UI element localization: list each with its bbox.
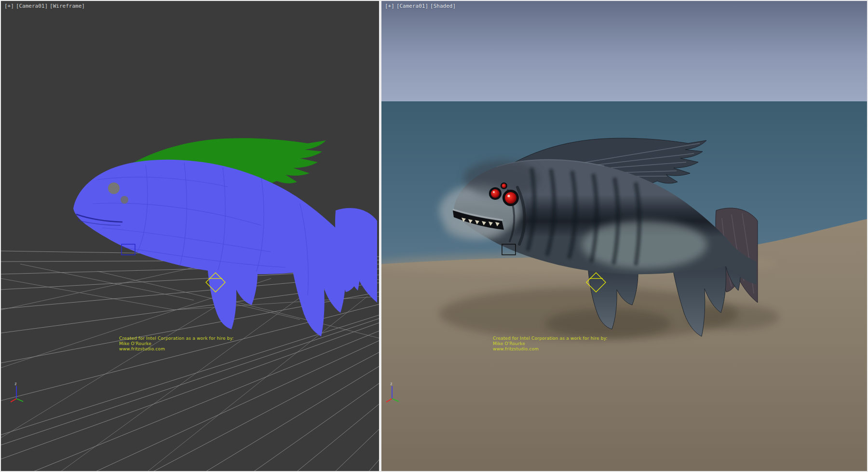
shaded-scene[interactable] [381,1,867,471]
watermark-line1: Created for Intel Corporation as a work … [493,336,608,341]
eye-spot-small [121,196,128,204]
watermark-line3: www.fritzstudio.com [119,347,234,352]
viewport-menu-shading-button[interactable]: [Shaded] [430,3,456,9]
viewport-label: [+] [Camera01] [Wireframe] [4,3,85,9]
viewport-menu-pov-button[interactable]: [Camera01] [16,3,48,9]
viewport-menu-general-button[interactable]: [+] [4,3,14,9]
eye-spot [108,182,120,194]
watermark-line1: Created for Intel Corporation as a work … [119,336,234,341]
watermark: Created for Intel Corporation as a work … [493,336,608,352]
viewport-wireframe[interactable]: [+] [Camera01] [Wireframe] [1,1,379,471]
watermark-line2: Mike O'Rourke [493,341,608,347]
viewport-menu-pov-button[interactable]: [Camera01] [396,3,428,9]
viewport-shaded[interactable]: [+] [Camera01] [Shaded] [381,1,867,471]
sky [381,1,867,102]
wireframe-scene[interactable] [1,1,379,471]
pelvic-fin[interactable] [207,264,258,329]
viewport-label: [+] [Camera01] [Shaded] [385,3,456,9]
dual-viewport-stage: [+] [Camera01] [Wireframe] [0,0,868,472]
watermark-line2: Mike O'Rourke [119,341,234,347]
viewport-menu-general-button[interactable]: [+] [385,3,394,9]
watermark: Created for Intel Corporation as a work … [119,336,234,352]
axis-tripod-icon [11,382,23,402]
watermark-line3: www.fritzstudio.com [493,347,608,352]
viewport-menu-shading-button[interactable]: [Wireframe] [50,3,85,9]
fish-model-wireframe[interactable] [73,138,377,336]
